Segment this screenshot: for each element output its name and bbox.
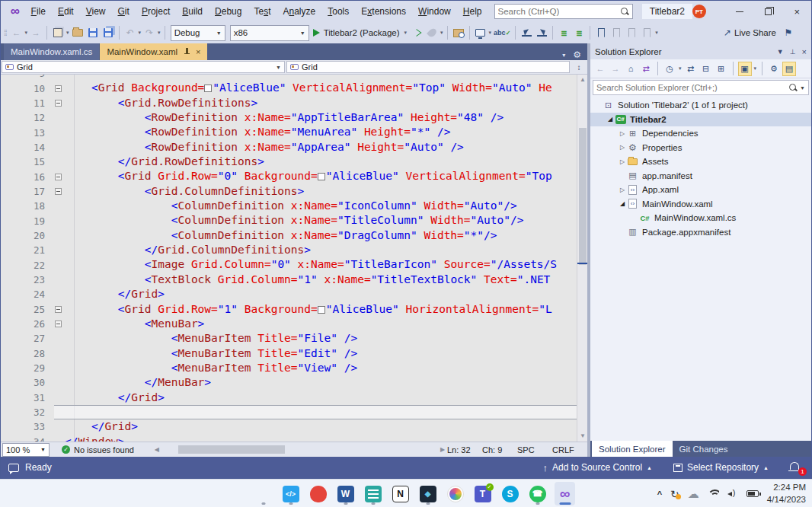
new-project-button[interactable] bbox=[50, 24, 66, 41]
notepad-taskbar-icon[interactable] bbox=[363, 482, 383, 505]
open-file-button[interactable] bbox=[70, 24, 85, 41]
collapse-arrow-icon[interactable]: ◢ bbox=[618, 200, 627, 207]
tree-item-titlebar2[interactable]: ◢C#Titlebar2 bbox=[590, 113, 811, 127]
file-explorer-taskbar-icon[interactable] bbox=[253, 482, 273, 505]
menu-analyze[interactable]: Analyze bbox=[277, 3, 321, 20]
members-dropdown[interactable]: Grid bbox=[286, 61, 570, 73]
code-line-17[interactable]: 17 <Grid.ColumnDefinitions> bbox=[1, 184, 577, 199]
windows-start-taskbar-icon[interactable] bbox=[225, 482, 246, 505]
se-track-caret[interactable]: ▾ bbox=[753, 65, 758, 72]
code-line-14[interactable]: 14 <RowDefinition x:Name="AppArea" Heigh… bbox=[1, 140, 577, 155]
horizontal-scrollbar-thumb[interactable] bbox=[178, 445, 285, 454]
tab-mainwindow.xaml[interactable]: MainWindow.xaml× bbox=[100, 43, 207, 60]
platform-combo[interactable]: x86▼ bbox=[230, 25, 309, 41]
code-line-25[interactable]: 25 <Grid Grid.Row="1" Background="AliceB… bbox=[1, 302, 577, 317]
code-line-15[interactable]: 15 </Grid.RowDefinitions> bbox=[1, 155, 577, 169]
expand-arrow-icon[interactable]: ▷ bbox=[618, 130, 627, 137]
save-button[interactable] bbox=[85, 24, 101, 41]
vertical-scrollbar[interactable]: ▲ ▼ bbox=[577, 75, 587, 442]
expand-arrow-icon[interactable]: ▷ bbox=[618, 187, 627, 193]
toolbar-grip[interactable]: ⁞⁞ bbox=[4, 29, 7, 37]
code-line-29[interactable]: 29 <MenuBarItem Title="View" /> bbox=[1, 361, 577, 375]
taskbar-clock[interactable]: 2:24 PM 4/14/2023 bbox=[767, 482, 806, 505]
tree-item-dependencies[interactable]: ▷⊞Dependencies bbox=[590, 126, 811, 141]
close-icon[interactable]: × bbox=[802, 47, 807, 56]
tree-item-mainwindow-xaml-cs[interactable]: C#MainWindow.xaml.cs bbox=[590, 211, 811, 225]
se-pending-changes-button[interactable]: ◷ bbox=[663, 62, 676, 76]
tab-mainwindow.xaml.cs[interactable]: MainWindow.xaml.cs bbox=[4, 43, 99, 60]
paint-taskbar-icon[interactable] bbox=[445, 482, 465, 505]
code-line-13[interactable]: 13 <RowDefinition x:Name="MenuArea" Heig… bbox=[1, 125, 577, 139]
menu-window[interactable]: Window bbox=[412, 3, 457, 20]
hot-reload-caret[interactable]: ▾ bbox=[440, 30, 444, 36]
code-line-11[interactable]: 11 <Grid.RowDefinitions> bbox=[1, 96, 577, 110]
issues-indicator[interactable]: ✓ No issues found bbox=[62, 445, 134, 454]
se-switch-views-button[interactable]: ⇄ bbox=[639, 62, 653, 76]
notifications-button[interactable]: 1 bbox=[788, 461, 804, 474]
bookmark-caret[interactable]: ▾ bbox=[654, 30, 659, 36]
collapse-icon[interactable] bbox=[55, 100, 62, 107]
tree-item-properties[interactable]: ▷⚙Properties bbox=[590, 141, 811, 155]
scroll-up-arrow[interactable]: ▲ bbox=[577, 75, 587, 85]
navigate-forward-button[interactable]: → bbox=[28, 24, 43, 41]
notion-taskbar-icon[interactable]: N bbox=[390, 482, 411, 505]
configuration-combo[interactable]: Debug▼ bbox=[171, 25, 225, 41]
collapse-arrow-icon[interactable]: ◢ bbox=[606, 116, 615, 123]
se-forward-button[interactable]: → bbox=[609, 62, 622, 76]
space-mode-indicator[interactable]: SPC bbox=[517, 445, 552, 454]
code-editor[interactable]: 910 <Grid Background="AliceBlue" Vertica… bbox=[1, 75, 587, 442]
se-sync-button[interactable]: ⇄ bbox=[684, 62, 698, 76]
se-collapse-all-button[interactable]: ⊟ bbox=[699, 62, 713, 76]
fold-column[interactable] bbox=[53, 100, 63, 107]
tree-item-solution-titlebar2-1-of-1-project-[interactable]: ⊡Solution 'Titlebar2' (1 of 1 project) bbox=[590, 98, 811, 113]
tree-item-assets[interactable]: ▷Assets bbox=[590, 155, 811, 169]
close-button[interactable]: × bbox=[783, 2, 811, 21]
se-pending-caret[interactable]: ▾ bbox=[678, 65, 683, 72]
redo-caret[interactable]: ▾ bbox=[157, 30, 161, 36]
solution-platforms-button[interactable] bbox=[473, 24, 488, 41]
user-avatar[interactable]: PT bbox=[692, 5, 706, 18]
add-to-source-control-button[interactable]: ↑ Add to Source Control ▲ bbox=[543, 462, 653, 474]
code-line-21[interactable]: 21 </Grid.ColumnDefinitions> bbox=[1, 243, 577, 257]
menu-debug[interactable]: Debug bbox=[209, 3, 248, 20]
scroll-right-arrow[interactable]: ▶ bbox=[438, 442, 447, 457]
document-list-caret[interactable]: ▾ bbox=[562, 52, 565, 59]
gear-icon[interactable]: ⚙ bbox=[573, 49, 581, 60]
onedrive-sync-icon[interactable]: ↻ bbox=[670, 488, 679, 500]
increase-indent-button[interactable]: ≣ bbox=[571, 24, 587, 41]
expand-arrow-icon[interactable]: ▷ bbox=[618, 144, 627, 151]
tool-tab-solution-explorer[interactable]: Solution Explorer bbox=[592, 441, 673, 457]
code-line-30[interactable]: 30 </MenuBar> bbox=[1, 375, 577, 390]
skype-taskbar-icon[interactable]: S bbox=[500, 482, 520, 505]
code-line-34[interactable]: 34</Window> bbox=[1, 435, 577, 442]
se-properties-button[interactable]: ⚙ bbox=[767, 62, 781, 76]
tray-chevron-icon[interactable]: ^ bbox=[657, 489, 662, 499]
live-share-button[interactable]: ↗ Live Share bbox=[722, 24, 781, 41]
horizontal-scrollbar[interactable]: ◀ ▶ bbox=[152, 442, 447, 457]
chevron-down-icon[interactable]: ▼ bbox=[777, 48, 784, 56]
se-back-button[interactable]: ← bbox=[593, 62, 607, 76]
code-line-27[interactable]: 27 <MenuBarItem Title="File" /> bbox=[1, 331, 577, 346]
color-swatch-icon[interactable] bbox=[318, 306, 325, 314]
code-line-23[interactable]: 23 <TextBlock Grid.Column="1" x:Name="Ti… bbox=[1, 273, 577, 287]
vscode-taskbar-icon[interactable]: </> bbox=[280, 482, 301, 505]
redo-button[interactable]: ↷ bbox=[142, 24, 157, 41]
brave-taskbar-icon[interactable] bbox=[308, 482, 328, 505]
line-ending-indicator[interactable]: CRLF bbox=[552, 445, 587, 454]
navigate-back-button[interactable]: ← bbox=[9, 24, 24, 41]
pin-icon[interactable]: ⊥ bbox=[790, 48, 796, 56]
menu-extensions[interactable]: Extensions bbox=[355, 3, 412, 20]
color-swatch-icon[interactable] bbox=[204, 84, 212, 92]
menu-file[interactable]: File bbox=[25, 3, 52, 20]
teams-taskbar-icon[interactable]: T✓ bbox=[472, 482, 493, 505]
code-line-19[interactable]: 19 <ColumnDefinition x:Name="TitleColumn… bbox=[1, 213, 577, 228]
tool-tab-git-changes[interactable]: Git Changes bbox=[673, 441, 735, 457]
battery-icon[interactable] bbox=[746, 490, 759, 497]
collapse-icon[interactable] bbox=[55, 85, 62, 92]
next-bookmark-button[interactable] bbox=[624, 24, 639, 41]
code-line-10[interactable]: 10 <Grid Background="AliceBlue" Vertical… bbox=[1, 81, 577, 95]
se-preview-selected-button[interactable]: ▤ bbox=[782, 62, 796, 76]
vs-taskbar-icon[interactable]: ∞ bbox=[555, 482, 575, 505]
collapse-icon[interactable] bbox=[55, 174, 62, 180]
se-track-active-item-button[interactable]: ▣ bbox=[738, 62, 752, 76]
